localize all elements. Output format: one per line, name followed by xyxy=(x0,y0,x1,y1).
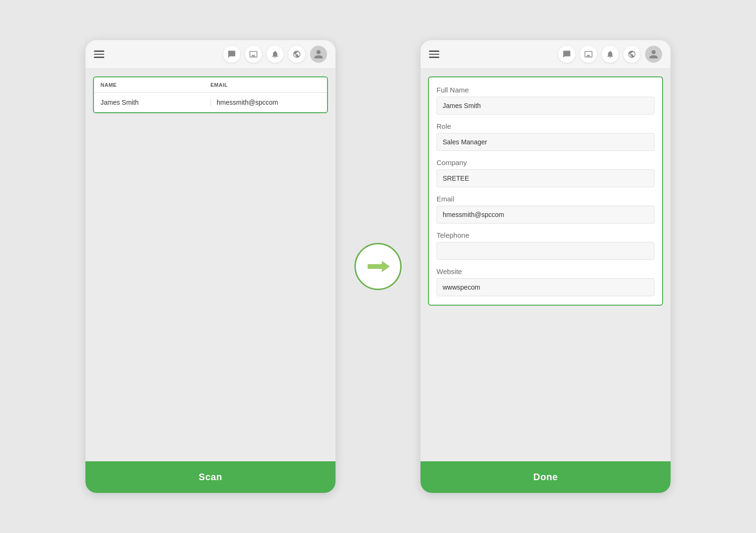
right-content-area: Full Name Role Company Email Telephone xyxy=(420,69,671,461)
left-phone: NAME EMAIL James Smith hmessmith@spccom … xyxy=(85,40,336,493)
website-input[interactable] xyxy=(437,278,655,296)
email-group: Email xyxy=(437,195,655,224)
left-top-icons xyxy=(223,46,327,63)
telephone-label: Telephone xyxy=(437,231,655,239)
role-input[interactable] xyxy=(437,133,655,151)
right-arrow-icon xyxy=(365,257,391,276)
avatar-right[interactable] xyxy=(645,46,662,63)
chat-icon-right[interactable] xyxy=(558,46,575,63)
globe-icon-left[interactable] xyxy=(288,46,305,63)
arrow-container xyxy=(354,243,402,290)
globe-icon-right[interactable] xyxy=(623,46,640,63)
table-row[interactable]: James Smith hmessmith@spccom xyxy=(94,93,327,112)
email-cell: hmessmith@spccom xyxy=(210,99,320,106)
right-phone: Full Name Role Company Email Telephone xyxy=(420,40,671,493)
scan-button[interactable]: Scan xyxy=(85,461,336,493)
chat-icon-left[interactable] xyxy=(223,46,240,63)
right-top-icons xyxy=(558,46,662,63)
right-top-bar xyxy=(420,40,671,69)
done-button[interactable]: Done xyxy=(420,461,671,493)
role-label: Role xyxy=(437,122,655,130)
website-group: Website xyxy=(437,267,655,296)
bell-icon-left[interactable] xyxy=(267,46,284,63)
name-cell: James Smith xyxy=(101,99,210,106)
arrow-circle xyxy=(354,243,402,290)
bell-icon-right[interactable] xyxy=(602,46,619,63)
main-container: NAME EMAIL James Smith hmessmith@spccom … xyxy=(0,0,756,533)
avatar-left[interactable] xyxy=(310,46,327,63)
company-input[interactable] xyxy=(437,169,655,187)
email-column-header: EMAIL xyxy=(210,82,320,88)
website-label: Website xyxy=(437,267,655,275)
company-group: Company xyxy=(437,158,655,187)
hamburger-menu-right[interactable] xyxy=(429,50,439,58)
image-icon-right[interactable] xyxy=(580,46,597,63)
table-header-row: NAME EMAIL xyxy=(94,77,327,93)
left-content-area: NAME EMAIL James Smith hmessmith@spccom xyxy=(85,69,336,461)
left-top-bar xyxy=(85,40,336,69)
contacts-table: NAME EMAIL James Smith hmessmith@spccom xyxy=(93,76,328,113)
hamburger-menu-left[interactable] xyxy=(94,50,104,58)
email-input[interactable] xyxy=(437,206,655,224)
email-label: Email xyxy=(437,195,655,203)
name-column-header: NAME xyxy=(101,82,210,88)
full-name-input[interactable] xyxy=(437,97,655,115)
image-icon-left[interactable] xyxy=(245,46,262,63)
telephone-group: Telephone xyxy=(437,231,655,260)
full-name-group: Full Name xyxy=(437,86,655,115)
telephone-input[interactable] xyxy=(437,242,655,260)
full-name-label: Full Name xyxy=(437,86,655,94)
contact-form: Full Name Role Company Email Telephone xyxy=(428,76,663,306)
company-label: Company xyxy=(437,158,655,167)
role-group: Role xyxy=(437,122,655,151)
